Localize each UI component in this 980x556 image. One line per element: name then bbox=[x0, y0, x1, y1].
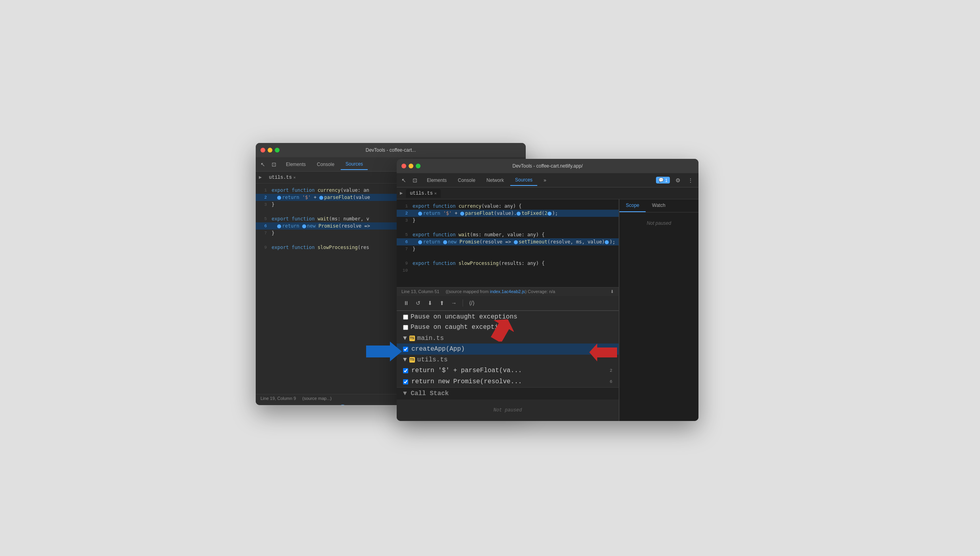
fg-code-line-5: 5 export function wait(ms: number, value… bbox=[397, 231, 619, 238]
fg-code-line-7: 7 } bbox=[397, 245, 619, 253]
fg-maximize-button[interactable] bbox=[416, 164, 421, 168]
bg-tab-sources[interactable]: Sources bbox=[341, 159, 368, 170]
fg-window-title: DevTools - coffee-cart.netlify.app/ bbox=[513, 163, 583, 169]
fg-messages-badge[interactable]: 💬 1 bbox=[656, 177, 670, 183]
fg-tab-bar: ↖ ⊡ Elements Console Network Sources » 💬… bbox=[397, 173, 698, 187]
fg-status-mapped: ((source mapped from index.1ac4eab2.js) … bbox=[446, 289, 555, 294]
fg-code-line-4 bbox=[397, 224, 619, 231]
fg-file-tab-close[interactable]: ✕ bbox=[434, 191, 437, 196]
fg-pause-caught-checkbox[interactable] bbox=[403, 325, 408, 330]
bg-step-back-btn[interactable]: ↺ bbox=[272, 405, 282, 405]
bg-deactivate-btn[interactable]: ⟨/⟩ bbox=[326, 405, 336, 405]
fg-pause-caught-label: Pause on caught exceptions bbox=[411, 324, 510, 331]
fg-traffic-lights bbox=[401, 164, 421, 168]
fg-status-link[interactable]: index.1ac4eab2.js bbox=[490, 289, 525, 294]
bg-maximize-button[interactable] bbox=[275, 148, 280, 153]
fg-status-position: Line 13, Column 51 bbox=[401, 289, 439, 294]
fg-bp-parsefloat-text: return '$' + parseFloat(va... bbox=[411, 367, 522, 374]
fg-bp-promise-line: 6 bbox=[610, 379, 612, 384]
fg-download-icon[interactable]: ⬇ bbox=[610, 289, 614, 294]
fg-step-out-btn[interactable]: ⬆ bbox=[437, 298, 447, 308]
fg-main-ts-chevron: ▼ bbox=[403, 335, 407, 342]
bg-close-button[interactable] bbox=[260, 148, 265, 153]
fg-pause-uncaught-row: Pause on uncaught exceptions bbox=[397, 311, 619, 323]
fg-bp-promise[interactable]: return new Promise(resolve... 6 bbox=[397, 376, 619, 387]
fg-code-line-1: 1 export function currency(value: any) { bbox=[397, 203, 619, 210]
fg-play-icon: ▶ bbox=[400, 190, 403, 196]
fg-callstack-chevron: ▼ bbox=[403, 390, 411, 397]
bg-status-sourcemap: (source map...) bbox=[302, 396, 332, 401]
fg-code-line-10: 10 bbox=[397, 267, 619, 274]
fg-bp-createapp[interactable]: createApp(App) 7 bbox=[397, 344, 619, 355]
fg-coverage: Coverage: n/a bbox=[528, 289, 555, 294]
bg-tab-elements[interactable]: Elements bbox=[281, 159, 311, 170]
bg-inspect-icon[interactable]: ⊡ bbox=[270, 160, 278, 168]
fg-debug-toolbar: ⏸ ↺ ⬇ ⬆ → ⟨/⟩ bbox=[397, 296, 619, 311]
fg-inspect-icon[interactable]: ⊡ bbox=[411, 176, 419, 184]
fg-dots-icon[interactable]: ⋮ bbox=[686, 176, 695, 185]
fg-scope-not-paused: Not paused bbox=[619, 212, 698, 234]
bg-traffic-lights bbox=[260, 148, 280, 153]
fg-callstack-header: ▼ Call Stack bbox=[397, 387, 619, 400]
fg-pause-uncaught-label: Pause on uncaught exceptions bbox=[411, 313, 517, 320]
fg-title-bar: DevTools - coffee-cart.netlify.app/ bbox=[397, 159, 698, 173]
fg-bp-createapp-checkbox[interactable] bbox=[403, 347, 408, 352]
fg-utils-ts-icon: TS bbox=[409, 357, 415, 363]
bg-cursor-icon[interactable]: ↖ bbox=[259, 160, 267, 168]
fg-right-panel: Scope Watch Not paused bbox=[619, 199, 698, 421]
fg-tab-right-icons: 💬 1 ⚙ ⋮ bbox=[656, 176, 695, 185]
fg-file-tab[interactable]: utils.ts ✕ bbox=[406, 189, 441, 198]
fg-tab-elements[interactable]: Elements bbox=[422, 175, 451, 185]
fg-deactivate-btn[interactable]: ⟨/⟩ bbox=[467, 298, 476, 308]
fg-bp-createapp-line: 7 bbox=[610, 347, 612, 351]
fg-devtools-window: DevTools - coffee-cart.netlify.app/ ↖ ⊡ … bbox=[397, 159, 698, 421]
fg-utils-ts-chevron: ▼ bbox=[403, 356, 407, 363]
bg-step-btn[interactable]: → bbox=[308, 405, 318, 405]
fg-step-over-btn[interactable]: ⬇ bbox=[425, 298, 435, 308]
fg-code-line-6: 6 return new Promise(resolve => setTimeo… bbox=[397, 238, 619, 245]
bg-file-tab-name: utils.ts bbox=[269, 175, 292, 180]
fg-scope-tab[interactable]: Scope bbox=[619, 199, 646, 212]
bg-step-out-btn[interactable]: ⬆ bbox=[296, 405, 306, 405]
fg-step-back-btn[interactable]: ↺ bbox=[413, 298, 423, 308]
fg-tab-network[interactable]: Network bbox=[482, 175, 509, 185]
fg-code-line-3: 3 } bbox=[397, 217, 619, 224]
fg-watch-tab[interactable]: Watch bbox=[646, 199, 672, 212]
fg-tab-more[interactable]: » bbox=[539, 175, 551, 185]
bg-tab-console[interactable]: Console bbox=[312, 159, 339, 170]
fg-cursor-icon[interactable]: ↖ bbox=[400, 176, 408, 184]
bg-file-tab-close[interactable]: ✕ bbox=[293, 175, 296, 180]
bg-active-pause-btn[interactable]: ⏸ bbox=[338, 405, 347, 405]
fg-pause-btn[interactable]: ⏸ bbox=[401, 298, 411, 308]
fg-bp-parsefloat-checkbox[interactable] bbox=[403, 368, 408, 373]
fg-code-line-8 bbox=[397, 253, 619, 260]
fg-minimize-button[interactable] bbox=[409, 164, 413, 168]
bg-file-tab[interactable]: utils.ts ✕ bbox=[265, 173, 300, 182]
fg-code-panel: 1 export function currency(value: any) {… bbox=[397, 199, 619, 421]
fg-code-area: 1 export function currency(value: any) {… bbox=[397, 199, 619, 287]
fg-pause-uncaught-checkbox[interactable] bbox=[403, 315, 408, 320]
fg-toolbar-sep bbox=[463, 299, 463, 307]
fg-pause-caught-row: Pause on caught exceptions bbox=[397, 323, 619, 333]
bg-title-bar: DevTools - coffee-cart... bbox=[256, 143, 526, 157]
fg-utils-ts-group: ▼ TS utils.ts bbox=[397, 355, 619, 365]
fg-step-btn[interactable]: → bbox=[449, 298, 459, 308]
bg-minimize-button[interactable] bbox=[268, 148, 272, 153]
bg-step-over-btn[interactable]: ⬇ bbox=[284, 405, 294, 405]
fg-scope-watch-tabs: Scope Watch bbox=[619, 199, 698, 212]
bg-window-title: DevTools - coffee-cart... bbox=[366, 147, 416, 153]
fg-status-bar: Line 13, Column 51 ((source mapped from … bbox=[397, 287, 619, 296]
fg-bp-createapp-text: createApp(App) bbox=[411, 346, 465, 353]
bg-play-icon: ▶ bbox=[259, 174, 262, 180]
fg-bp-promise-checkbox[interactable] bbox=[403, 379, 408, 384]
fg-gear-icon[interactable]: ⚙ bbox=[673, 176, 683, 185]
fg-bp-parsefloat[interactable]: return '$' + parseFloat(va... 2 bbox=[397, 365, 619, 376]
fg-file-tab-name: utils.ts bbox=[410, 191, 433, 196]
fg-file-tab-bar: ▶ utils.ts ✕ bbox=[397, 187, 698, 199]
fg-not-paused: Not paused bbox=[397, 400, 619, 421]
fg-tab-console[interactable]: Console bbox=[453, 175, 480, 185]
bg-pause-btn[interactable]: ⏸ bbox=[260, 405, 270, 405]
fg-close-button[interactable] bbox=[401, 164, 406, 168]
fg-tab-sources[interactable]: Sources bbox=[510, 175, 537, 186]
fg-badge-count: 1 bbox=[665, 178, 667, 183]
